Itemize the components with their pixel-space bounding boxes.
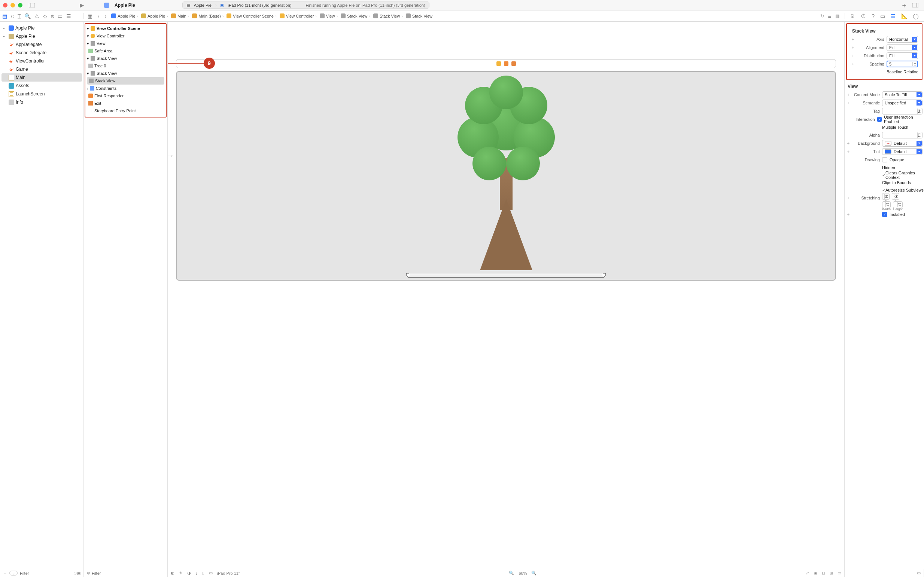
report-nav-icon[interactable]: ☰	[66, 13, 71, 19]
issue-nav-icon[interactable]: ⚠	[34, 13, 39, 19]
stretch-w-input[interactable]: 1	[882, 201, 891, 208]
stretch-y-input[interactable]: 0	[892, 193, 899, 200]
outline-stack2[interactable]: ▾Stack View	[86, 69, 166, 77]
document-outline[interactable]: ▾View Controller Scene ▾View Controller …	[84, 22, 168, 569]
accessibility-icon[interactable]: ↕	[195, 571, 198, 575]
identity-inspector-icon[interactable]: ▭	[880, 13, 885, 19]
symbol-nav-icon[interactable]: ⌶	[18, 13, 21, 19]
trait-variations-icon[interactable]: ◐	[171, 571, 174, 575]
outline-safearea[interactable]: Safe Area	[86, 47, 166, 55]
crumb-4[interactable]: View Controller Scene	[233, 14, 274, 18]
tint-select[interactable]: Default	[882, 148, 922, 155]
sidebar-toggle-icon[interactable]	[29, 2, 35, 9]
outline-entry-point[interactable]: →Storyboard Entry Point	[86, 107, 166, 114]
project-title[interactable]: Apple Pie	[115, 3, 135, 8]
resolve-icon[interactable]: ▭	[837, 571, 841, 575]
outline-scene[interactable]: ▾View Controller Scene	[86, 25, 166, 32]
forward-button[interactable]: ›	[105, 13, 107, 19]
device-landscape-icon[interactable]: ▭	[209, 571, 213, 575]
clears-checkbox[interactable]: ✓	[882, 173, 885, 178]
nav-file[interactable]: Info	[0, 98, 84, 106]
recent-files-icon[interactable]: ▣	[77, 571, 81, 575]
back-button[interactable]: ‹	[98, 13, 100, 19]
close-window-button[interactable]	[3, 3, 8, 8]
find-nav-icon[interactable]: 🔍	[24, 13, 31, 19]
size-inspector-icon[interactable]: 📐	[901, 13, 908, 19]
zoom-out-icon[interactable]: 🔍	[509, 571, 514, 575]
file-inspector-icon[interactable]: 🗎	[850, 13, 855, 19]
autoresize-checkbox[interactable]: ✓	[882, 188, 885, 193]
outline-stack1[interactable]: ▾Stack View	[86, 55, 166, 62]
content-mode-select[interactable]: Scale To Fill	[882, 91, 922, 98]
crumb-9[interactable]: Stack View	[412, 14, 433, 18]
selected-stackview-frame[interactable]	[407, 274, 605, 278]
crumb-1[interactable]: Apple Pie	[147, 14, 165, 18]
outline-filter-input[interactable]	[92, 571, 164, 575]
activity-status[interactable]: ▦ Apple Pie › ▣ iPad Pro (11-inch) (3rd …	[183, 2, 430, 9]
opaque-checkbox[interactable]	[882, 157, 887, 163]
device-portrait-icon[interactable]: ▯	[202, 571, 204, 575]
history-inspector-icon[interactable]: ⏱	[861, 13, 866, 19]
recent-filter-button[interactable]: ⌄	[10, 571, 18, 575]
breadcrumb[interactable]: Apple Pie› Apple Pie› Main› Main (Base)›…	[110, 13, 433, 19]
outline-first-responder[interactable]: First Responder	[86, 92, 166, 100]
update-frames-icon[interactable]: ⤢	[806, 571, 809, 575]
connections-inspector-icon[interactable]: ◯	[913, 13, 919, 19]
orientation-icon[interactable]: ◑	[187, 571, 191, 575]
outline-constraints[interactable]: ›Constraints	[86, 85, 166, 92]
nav-file[interactable]: AppDelegate	[0, 40, 84, 48]
source-control-nav-icon[interactable]: ⎌	[11, 13, 14, 19]
inspector-collapse-icon[interactable]: ▭	[917, 571, 921, 575]
appearance-icon[interactable]: ☀	[179, 571, 183, 575]
project-navigator[interactable]: ▾Apple Pie ▾Apple Pie AppDelegate SceneD…	[0, 22, 84, 569]
run-button[interactable]: ▶	[79, 2, 86, 9]
stretch-h-input[interactable]: 1	[893, 201, 903, 208]
nav-file-selected[interactable]: Main	[2, 73, 82, 82]
scm-filter-icon[interactable]: ⊙	[73, 571, 77, 575]
outline-stack3-selected[interactable]: Stack View	[87, 77, 164, 85]
crumb-8[interactable]: Stack View	[380, 14, 400, 18]
embed-icon[interactable]: ▣	[814, 571, 817, 575]
minimap-icon[interactable]: ↻	[820, 13, 824, 19]
crumb-0[interactable]: Apple Pie	[118, 14, 135, 18]
device-preview[interactable]	[176, 71, 836, 280]
distribution-select[interactable]: Fill	[887, 52, 918, 59]
nav-file[interactable]: LaunchScreen	[0, 90, 84, 98]
breakpoint-nav-icon[interactable]: ▭	[58, 13, 63, 19]
add-editor-icon[interactable]: ▥	[835, 13, 839, 19]
semantic-select[interactable]: Unspecified	[882, 100, 922, 106]
outline-exit[interactable]: Exit	[86, 100, 166, 107]
alignment-select[interactable]: Fill	[887, 44, 918, 51]
crumb-3[interactable]: Main (Base)	[199, 14, 221, 18]
nav-file[interactable]: Game	[0, 65, 84, 73]
installed-checkbox[interactable]: ✓	[882, 212, 887, 217]
debug-nav-icon[interactable]: ⎋	[51, 13, 54, 19]
help-inspector-icon[interactable]: ?	[872, 13, 875, 19]
stretch-x-input[interactable]: 0	[882, 193, 890, 200]
user-interaction-checkbox[interactable]: ✓	[877, 117, 882, 122]
background-select[interactable]: Default	[882, 140, 922, 147]
nav-project-root[interactable]: ▾Apple Pie	[0, 24, 84, 32]
add-button[interactable]: ＋	[901, 1, 908, 10]
adjust-editor-icon[interactable]: ≣	[828, 13, 832, 19]
outline-vc[interactable]: ▾View Controller	[86, 32, 166, 40]
add-target-icon[interactable]: ＋	[3, 570, 7, 576]
tag-input[interactable]: 0	[882, 108, 922, 114]
zoom-window-button[interactable]	[18, 3, 23, 8]
outline-tree[interactable]: Tree 0	[86, 62, 166, 69]
pin-icon[interactable]: ⊞	[830, 571, 833, 575]
spacing-input[interactable]: 5	[887, 61, 918, 67]
attributes-inspector[interactable]: Stack View +AxisHorizontal +AlignmentFil…	[845, 22, 924, 569]
library-toggle-icon[interactable]	[912, 2, 919, 9]
nav-file[interactable]: ViewController	[0, 57, 84, 65]
zoom-level[interactable]: 68%	[519, 571, 527, 575]
nav-file[interactable]: Assets	[0, 82, 84, 90]
ib-canvas[interactable]: →	[168, 22, 845, 569]
zoom-in-icon[interactable]: 🔍	[531, 571, 536, 575]
axis-select[interactable]: Horizontal	[887, 36, 918, 43]
minimize-window-button[interactable]	[10, 3, 15, 8]
crumb-2[interactable]: Main	[178, 14, 186, 18]
nav-group[interactable]: ▾Apple Pie	[0, 32, 84, 40]
device-label[interactable]: iPad Pro 11"	[217, 571, 240, 575]
alpha-input[interactable]: 1	[882, 132, 922, 139]
